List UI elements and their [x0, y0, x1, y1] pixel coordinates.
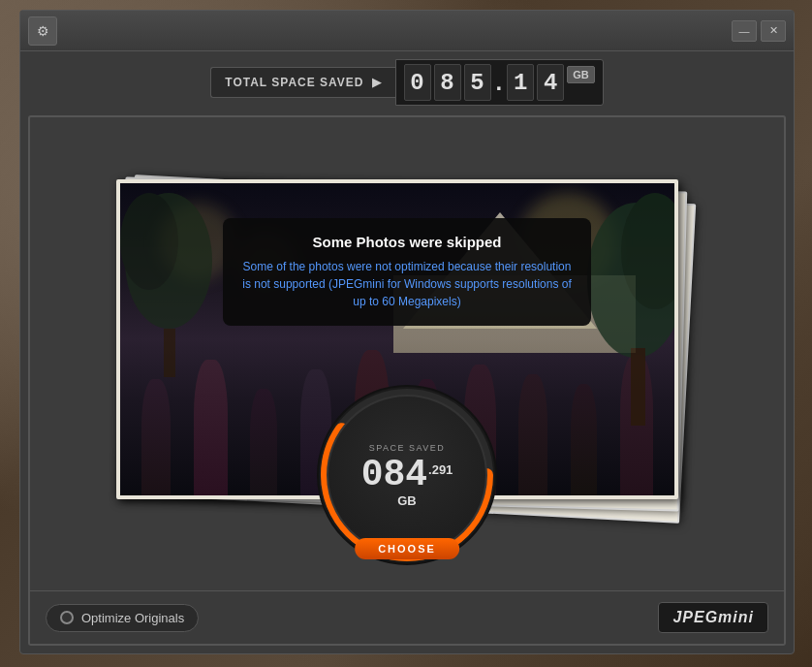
radio-button — [60, 611, 74, 624]
skipped-tooltip: Some Photos were skipped Some of the pho… — [223, 218, 591, 326]
stats-bar: TOTAL SPACE SAVED ▶ 0 8 5 . 1 4 GB — [20, 51, 794, 115]
person-2 — [194, 360, 228, 495]
decimal-dot: . — [494, 69, 505, 96]
person-3 — [250, 389, 277, 495]
titlebar: ⚙ — ✕ — [20, 11, 794, 51]
jpegmini-logo: JPEGmini — [658, 602, 768, 633]
digit-4: 4 — [537, 64, 564, 101]
minimize-button[interactable]: — — [732, 20, 757, 42]
main-window: ⚙ — ✕ TOTAL SPACE SAVED ▶ 0 8 5 . 1 4 GB — [19, 10, 795, 654]
total-space-text: TOTAL SPACE SAVED — [225, 76, 363, 89]
gear-icon: ⚙ — [37, 23, 49, 39]
gauge-space-saved-label: SPACE SAVED — [369, 443, 446, 453]
close-button[interactable]: ✕ — [761, 20, 786, 42]
gauge-number: 084 .291 — [361, 457, 453, 493]
gauge-decimal: .291 — [428, 462, 453, 477]
gauge-unit: GB — [397, 493, 417, 508]
titlebar-left: ⚙ — [28, 16, 57, 46]
gb-unit-badge: GB — [567, 66, 595, 83]
digit-0: 0 — [404, 64, 431, 101]
minimize-icon: — — [739, 25, 750, 37]
person-8 — [518, 374, 547, 495]
person-1 — [141, 379, 171, 495]
digit-5: 5 — [464, 64, 491, 101]
settings-button[interactable]: ⚙ — [28, 16, 57, 46]
svg-rect-5 — [631, 348, 645, 426]
photo-area: Some Photos were skipped Some of the pho… — [30, 117, 784, 590]
svg-point-1 — [120, 193, 178, 290]
gauge-container: SPACE SAVED 084 .291 GB CHOOSE — [315, 383, 499, 567]
titlebar-right: — ✕ — [732, 20, 786, 42]
close-icon: ✕ — [769, 24, 778, 37]
gauge: SPACE SAVED 084 .291 GB CHOOSE — [315, 383, 499, 567]
tooltip-title: Some Photos were skipped — [242, 234, 572, 250]
total-space-label: TOTAL SPACE SAVED ▶ — [210, 67, 394, 98]
optimize-originals-label: Optimize Originals — [81, 611, 184, 625]
gauge-main-number: 084 — [361, 457, 427, 493]
digit-1: 1 — [507, 64, 534, 101]
digit-display: 0 8 5 . 1 4 GB — [395, 59, 604, 106]
content-area: Some Photos were skipped Some of the pho… — [28, 115, 786, 646]
play-icon: ▶ — [372, 76, 382, 89]
gauge-inner: SPACE SAVED 084 .291 GB — [327, 395, 487, 556]
tooltip-text: Some of the photos were not optimized be… — [242, 258, 572, 310]
choose-button[interactable]: CHOOSE — [355, 538, 459, 559]
digit-8: 8 — [434, 64, 461, 101]
optimize-originals-button[interactable]: Optimize Originals — [46, 604, 199, 632]
bottom-bar: Optimize Originals JPEGmini — [30, 590, 784, 644]
photo-stack: Some Photos were skipped Some of the pho… — [116, 179, 698, 528]
